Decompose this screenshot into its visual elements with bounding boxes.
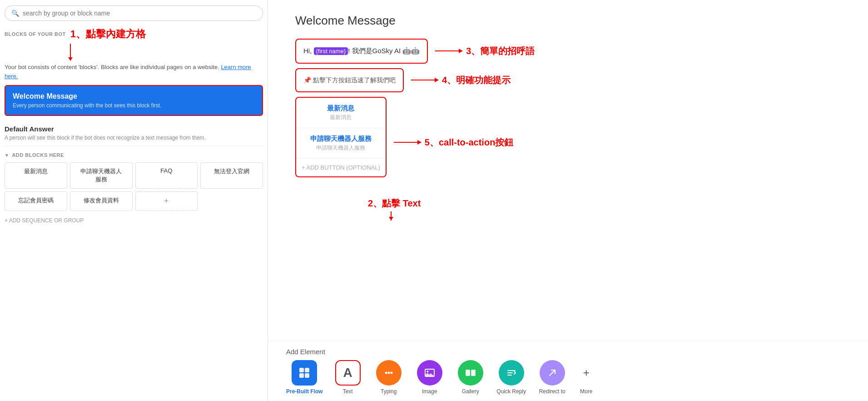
annotation4-arrowhead [435,78,439,82]
add-sequence-group[interactable]: + ADD SEQUENCE OR GROUP [5,217,263,224]
annotation5-arrow-group: 5、call-to-action按鈕 [394,136,514,149]
blocks-description: Your bot consists of content 'blocks'. B… [5,63,263,80]
search-box[interactable]: 🔍 [5,5,263,21]
prebuilt-flow-icon [292,360,317,386]
text-label: Text [343,388,353,395]
msg2-text: 點擊下方按鈕迅速了解我們吧 [313,76,396,84]
message1-row: Hi, {first name}! 我們是GoSky AI 🤖🤖 3、簡單的招呼… [295,39,850,64]
svg-point-5 [387,372,390,374]
image-label: Image [422,388,437,395]
annotation3-arrowhead [459,49,463,53]
more-icon: + [577,360,595,386]
image-btn[interactable]: Image [414,360,446,395]
block-btn-chatbot[interactable]: 申請聊天機器人 服務 [70,162,133,189]
block-btn-news[interactable]: 最新消息 [5,162,67,189]
prebuilt-flow-btn[interactable]: Pre-Built Flow [286,360,323,395]
redirect-to-icon [540,360,565,386]
default-answer-desc: A person will see this block if the bot … [5,135,263,141]
block-btn-password[interactable]: 忘記會員密碼 [5,191,67,211]
redirect-to-btn[interactable]: Redirect to [536,360,568,395]
blocks-grid: 最新消息 申請聊天機器人 服務 FAQ 無法登入官網 忘記會員密碼 修改會員資料… [5,162,263,211]
page-title: Welcome Message [295,14,850,28]
annotation4-label: 4、明確功能提示 [442,74,511,86]
gallery-row: 最新消息 最新消息 申請聊天機器人服務 申請聊天機器人服務 + ADD BUTT… [295,97,850,188]
triangle-icon: ▼ [5,153,9,158]
welcome-block-desc: Every person communicating with the bot … [13,102,255,109]
svg-rect-0 [299,368,304,372]
default-answer-block[interactable]: Default Answer A person will see this bl… [5,120,263,146]
message2-row: 📌點擊下方按鈕迅速了解我們吧 4、明確功能提示 [295,68,850,92]
typing-btn[interactable]: Typing [373,360,405,395]
gallery-icon [458,360,483,386]
svg-rect-3 [305,373,309,378]
blocks-section-label: BLOCKS OF YOUR BOT [5,31,66,37]
annotation5-arrowhead [417,140,422,145]
annotation3-arrow-line [435,50,462,51]
msg1-prefix: Hi, [303,47,314,55]
blocks-header: BLOCKS OF YOUR BOT 1、點擊內建方格 [5,27,263,41]
bottom-toolbar: Add Element Pre-Built Flow A [268,341,868,401]
pin-icon: 📌 [303,76,311,84]
svg-point-4 [385,372,387,374]
add-blocks-header: ▼ ADD BLOCKS HERE [5,152,263,158]
svg-rect-9 [466,370,470,376]
message2-text: 📌點擊下方按鈕迅速了解我們吧 [303,75,396,85]
element-buttons: Pre-Built Flow A Text Typing [286,360,850,395]
gallery-item-2[interactable]: 申請聊天機器人服務 申請聊天機器人服務 [296,128,386,159]
annotation5-label: 5、call-to-action按鈕 [425,136,514,149]
block-btn-login[interactable]: 無法登入官網 [200,162,263,189]
gallery-block[interactable]: 最新消息 最新消息 申請聊天機器人服務 申請聊天機器人服務 + ADD BUTT… [295,97,387,177]
typing-icon [376,360,402,386]
message1-text: Hi, {first name}! 我們是GoSky AI 🤖🤖 [303,46,420,56]
redirect-to-label: Redirect to [539,388,565,395]
first-name-tag: {first name} [314,47,348,55]
typing-label: Typing [381,388,397,395]
main-content: Welcome Message Hi, {first name}! 我們是GoS… [268,0,868,401]
quick-reply-icon [499,360,524,386]
welcome-block-title: Welcome Message [13,92,255,100]
prebuilt-flow-label: Pre-Built Flow [286,388,323,395]
more-label: More [580,388,592,395]
annotation1-label: 1、點擊內建方格 [70,27,146,41]
gallery-item-2-title: 申請聊天機器人服務 [303,135,378,143]
gallery-btn[interactable]: Gallery [455,360,486,395]
block-btn-faq[interactable]: FAQ [135,162,198,189]
message1-block[interactable]: Hi, {first name}! 我們是GoSky AI 🤖🤖 [295,39,428,64]
svg-rect-2 [299,373,304,378]
gallery-item-1-subtitle: 最新消息 [303,114,378,121]
annotation2-arrow-down [391,211,392,221]
gallery-item-2-subtitle: 申請聊天機器人服務 [303,144,378,152]
gallery-label: Gallery [462,388,479,395]
svg-rect-1 [305,368,309,372]
search-icon: 🔍 [11,10,19,17]
svg-point-6 [390,372,392,374]
text-icon: A [335,360,361,386]
message2-block[interactable]: 📌點擊下方按鈕迅速了解我們吧 [295,68,404,92]
annotation4-arrow-group: 4、明確功能提示 [411,74,511,86]
image-icon [417,360,442,386]
annotation5-arrow-line [394,142,421,143]
svg-rect-10 [471,370,476,376]
annotation3-arrow-group: 3、簡單的招呼語 [435,45,535,57]
gallery-add-button[interactable]: + ADD BUTTON (OPTIONAL) [296,159,386,176]
add-block-btn[interactable]: + [135,191,198,211]
main-panel: Welcome Message Hi, {first name}! 我們是GoS… [268,0,868,341]
gallery-item-1[interactable]: 最新消息 最新消息 [296,98,386,128]
quick-reply-label: Quick Reply [496,388,526,395]
annotation1-arrow [68,44,263,61]
more-btn[interactable]: + More [577,360,595,395]
sidebar: 🔍 BLOCKS OF YOUR BOT 1、點擊內建方格 Your bot c… [0,0,268,401]
text-btn[interactable]: A Text [332,360,364,395]
annotation2-group: 2、點擊 Text [368,197,850,221]
annotation2-arrowhead [389,217,393,221]
block-btn-profile[interactable]: 修改會員資料 [70,191,133,211]
add-blocks-label: ADD BLOCKS HERE [12,152,64,158]
annotation2-label: 2、點擊 Text [368,197,421,210]
msg1-suffix: ! 我們是GoSky AI 🤖🤖 [348,47,420,55]
welcome-message-block[interactable]: Welcome Message Every person communicati… [5,85,263,116]
search-input[interactable] [23,10,256,17]
svg-point-8 [427,371,428,372]
quick-reply-btn[interactable]: Quick Reply [496,360,527,395]
annotation3-label: 3、簡單的招呼語 [466,45,535,57]
default-answer-title: Default Answer [5,125,263,133]
